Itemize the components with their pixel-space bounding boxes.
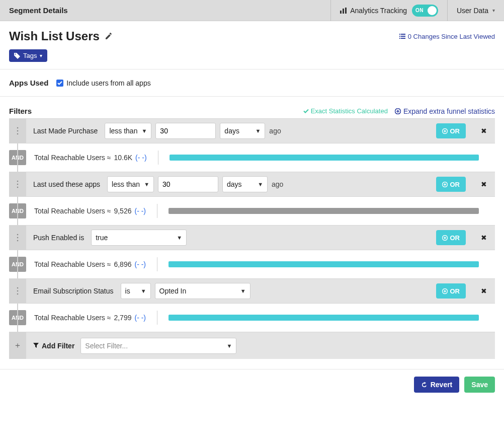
filters-title: Filters bbox=[9, 107, 32, 115]
reachable-label: Total Reachable Users ≈ bbox=[34, 154, 111, 162]
or-button[interactable]: OR bbox=[436, 283, 466, 299]
delete-filter-button[interactable]: ✖ bbox=[473, 119, 495, 143]
revert-button[interactable]: Revert bbox=[414, 377, 460, 393]
caret-down-icon: ▼ bbox=[177, 235, 182, 241]
and-label: AND bbox=[9, 257, 26, 272]
reachable-label: Total Reachable Users ≈ bbox=[34, 260, 111, 268]
toggle-on-label: ON bbox=[415, 8, 424, 13]
stat-detail-link[interactable]: (- -) bbox=[134, 314, 146, 322]
svg-rect-2 bbox=[345, 8, 347, 14]
drag-icon bbox=[16, 234, 19, 242]
value-select[interactable]: true▼ bbox=[91, 230, 187, 246]
connector-line: AND bbox=[9, 197, 26, 225]
stat-detail-link[interactable]: (- -) bbox=[134, 207, 146, 215]
include-all-apps-checkbox[interactable]: Include users from all apps bbox=[56, 79, 150, 87]
svg-point-16 bbox=[17, 187, 19, 188]
tags-btn-label: Tags bbox=[23, 52, 37, 59]
stat-detail-link[interactable]: (- -) bbox=[134, 260, 146, 268]
value-input[interactable] bbox=[155, 123, 216, 139]
or-button[interactable]: OR bbox=[436, 230, 466, 245]
stat-row: AND Total Reachable Users ≈ 2,799 (- -) bbox=[9, 304, 495, 332]
svg-rect-7 bbox=[399, 38, 400, 39]
operator-select[interactable]: less than▼ bbox=[105, 123, 151, 139]
suffix-text: ago bbox=[269, 127, 281, 135]
tag-icon bbox=[14, 53, 20, 59]
expand-funnel-link[interactable]: Expand extra funnel statistics bbox=[395, 107, 495, 115]
edit-name-button[interactable] bbox=[105, 32, 113, 40]
list-icon bbox=[399, 34, 405, 39]
caret-down-icon: ▼ bbox=[258, 181, 263, 187]
delete-filter-button[interactable]: ✖ bbox=[473, 279, 495, 303]
filter-label: Push Enabled is bbox=[33, 234, 84, 242]
divider bbox=[158, 151, 158, 165]
svg-point-11 bbox=[17, 130, 19, 132]
unit-select[interactable]: days▼ bbox=[220, 123, 265, 139]
drag-handle[interactable] bbox=[9, 119, 26, 143]
or-button[interactable]: OR bbox=[436, 177, 466, 192]
changes-since-viewed-link[interactable]: 0 Changes Since Last Viewed bbox=[399, 33, 495, 40]
drag-handle[interactable] bbox=[9, 279, 26, 303]
or-button[interactable]: OR bbox=[436, 123, 466, 138]
drag-handle[interactable] bbox=[9, 226, 26, 250]
reachable-label: Total Reachable Users ≈ bbox=[34, 314, 111, 322]
save-button[interactable]: Save bbox=[464, 377, 495, 393]
svg-point-19 bbox=[17, 237, 19, 239]
tags-button[interactable]: Tags ▾ bbox=[9, 49, 47, 62]
caret-down-icon: ▼ bbox=[141, 288, 146, 294]
svg-rect-3 bbox=[399, 34, 400, 35]
filter-icon bbox=[33, 343, 39, 348]
analytics-toggle[interactable]: ON bbox=[412, 5, 438, 17]
drag-handle[interactable] bbox=[9, 172, 26, 196]
title-row: Wish List Users 0 Changes Since Last Vie… bbox=[0, 21, 504, 45]
value-select[interactable]: Opted In▼ bbox=[155, 283, 250, 299]
changes-link-text: 0 Changes Since Last Viewed bbox=[408, 33, 495, 40]
pencil-icon bbox=[105, 32, 113, 40]
svg-point-12 bbox=[17, 133, 19, 135]
operator-select[interactable]: less than▼ bbox=[107, 176, 154, 192]
filter-row: Last Made Purchase less than▼ days▼ ago … bbox=[9, 118, 495, 143]
user-data-dropdown[interactable]: User Data ▾ bbox=[447, 0, 504, 21]
svg-rect-4 bbox=[401, 34, 405, 35]
filter-row: Push Enabled is true▼ OR ✖ bbox=[9, 225, 495, 250]
connector-line: AND bbox=[9, 250, 26, 278]
plus-circle-icon bbox=[442, 182, 448, 187]
delete-filter-button[interactable]: ✖ bbox=[473, 172, 495, 196]
svg-point-20 bbox=[17, 240, 19, 242]
filter-row: Last used these apps less than▼ days▼ ag… bbox=[9, 172, 495, 197]
and-label: AND bbox=[9, 310, 26, 325]
delete-filter-button[interactable]: ✖ bbox=[473, 226, 495, 250]
caret-down-icon: ▼ bbox=[240, 288, 246, 294]
filter-label: Email Subscription Status bbox=[33, 287, 114, 295]
analytics-tracking-cell: Analytics Tracking ON bbox=[330, 0, 447, 21]
progress-fill bbox=[170, 155, 479, 161]
stat-row: AND Total Reachable Users ≈ 10.6K (- -) bbox=[9, 143, 495, 172]
drag-icon bbox=[16, 127, 19, 135]
operator-select[interactable]: is▼ bbox=[121, 283, 151, 299]
reachable-value: 10.6K bbox=[114, 154, 132, 162]
undo-icon bbox=[421, 382, 428, 388]
unit-select[interactable]: days▼ bbox=[222, 176, 268, 192]
exact-stats-label: Exact Statistics Calculated bbox=[303, 107, 388, 115]
apps-used-section: Apps Used Include users from all apps bbox=[0, 69, 504, 96]
svg-point-18 bbox=[17, 234, 19, 236]
plus-circle-icon bbox=[442, 235, 448, 241]
user-data-label: User Data bbox=[457, 7, 488, 15]
reachable-value: 2,799 bbox=[114, 314, 131, 322]
and-label: AND bbox=[9, 203, 26, 218]
value-input[interactable] bbox=[158, 176, 218, 192]
add-filter-plus[interactable]: ＋ bbox=[9, 332, 26, 359]
divider bbox=[157, 204, 157, 218]
filter-select[interactable]: Select Filter... ▼ bbox=[80, 338, 236, 354]
svg-rect-1 bbox=[343, 9, 344, 14]
divider bbox=[157, 311, 157, 325]
filter-label: Last Made Purchase bbox=[33, 127, 98, 135]
stat-detail-link[interactable]: (- -) bbox=[135, 154, 147, 162]
checkbox-checked-icon bbox=[56, 80, 63, 87]
check-icon bbox=[303, 109, 309, 113]
add-filter-row: ＋ Add Filter Select Filter... ▼ bbox=[9, 332, 495, 359]
page-title: Segment Details bbox=[0, 6, 330, 15]
chevron-down-icon: ▾ bbox=[40, 53, 42, 58]
progress-bar bbox=[169, 208, 479, 214]
plus-circle-icon bbox=[442, 128, 448, 134]
svg-point-15 bbox=[17, 184, 19, 185]
